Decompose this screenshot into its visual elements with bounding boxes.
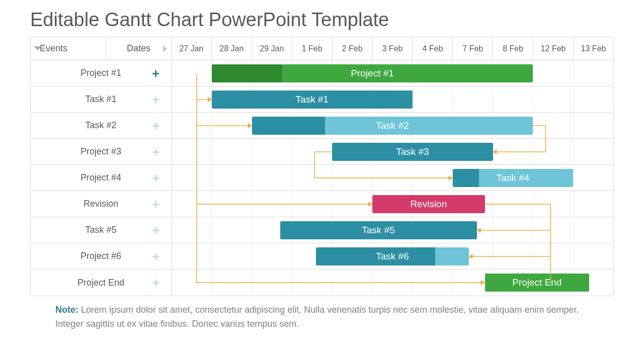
row-track: Task #5: [172, 217, 613, 243]
row-track: Revision: [172, 191, 613, 217]
row-label: Revision+: [31, 191, 172, 217]
gantt-bar[interactable]: Revision: [372, 195, 485, 213]
row-label: Project #4+: [31, 165, 172, 191]
row-track: Task #3: [172, 139, 613, 164]
row-name: Task #5: [31, 225, 171, 235]
gantt-row: Task #1+Task #1: [31, 86, 613, 113]
gantt-row: Task #2+Task #2: [31, 113, 613, 139]
gantt-row: Revision+Revision: [31, 191, 613, 217]
row-name: Project #6: [31, 251, 171, 261]
header-col-1: 28 Jan: [212, 37, 252, 60]
bar-label: Task #6: [376, 251, 409, 262]
note-label: Note:: [55, 305, 78, 315]
bar-label: Task #3: [396, 146, 429, 157]
gantt-row: Project #4+Task #4: [31, 165, 613, 191]
gantt-bar[interactable]: Project End: [485, 274, 590, 292]
bar-label: Project #1: [351, 68, 394, 79]
gantt-header: Events Dates 27 Jan28 Jan29 Jan1 Feb2 Fe…: [31, 37, 613, 60]
header-col-8: 8 Feb: [493, 37, 533, 60]
header-col-2: 29 Jan: [252, 37, 292, 60]
expand-icon[interactable]: +: [152, 145, 166, 158]
page-title: Editable Gantt Chart PowerPoint Template: [30, 9, 614, 31]
row-track: Project End: [172, 269, 613, 296]
expand-icon[interactable]: +: [152, 276, 166, 289]
gantt-bar[interactable]: Project #1: [212, 64, 533, 82]
expand-icon[interactable]: +: [152, 93, 166, 106]
row-track: Task #6: [172, 243, 613, 269]
gantt-bar[interactable]: Task #3: [332, 143, 493, 161]
row-name: Project End: [31, 278, 171, 288]
header-events[interactable]: Events: [31, 37, 106, 60]
bar-label: Project End: [512, 277, 561, 288]
row-track: Task #2: [172, 113, 613, 138]
expand-icon[interactable]: +: [152, 171, 166, 185]
bar-label: Task #1: [296, 94, 329, 105]
row-label: Project #3+: [31, 139, 172, 164]
row-label: Project #6+: [31, 243, 172, 269]
expand-icon[interactable]: +: [152, 250, 166, 263]
header-col-5: 3 Feb: [373, 37, 413, 60]
bar-label: Task #5: [362, 225, 394, 236]
row-name: Revision: [31, 199, 171, 209]
expand-icon[interactable]: +: [152, 119, 166, 132]
header-events-label: Events: [40, 43, 67, 54]
row-name: Project #3: [31, 146, 171, 157]
row-track: Project #1: [172, 60, 613, 86]
header-col-6: 4 Feb: [413, 37, 453, 60]
gantt-bar[interactable]: Task #4: [453, 169, 573, 187]
row-track: Task #1: [172, 86, 613, 112]
header-dates[interactable]: Dates: [106, 37, 172, 60]
header-dates-label: Dates: [127, 43, 150, 54]
gantt-bar[interactable]: Task #2: [252, 117, 533, 135]
gantt-bar[interactable]: Task #6: [316, 247, 468, 265]
expand-icon[interactable]: +: [152, 67, 166, 80]
footer-note: Note: Lorem ipsum dolor sit amet, consec…: [55, 303, 609, 331]
bar-label: Task #4: [497, 172, 529, 184]
header-col-10: 13 Feb: [574, 37, 613, 60]
header-col-7: 7 Feb: [453, 37, 493, 60]
header-col-0: 27 Jan: [172, 37, 212, 60]
expand-icon[interactable]: +: [152, 224, 166, 237]
gantt-frame: Events Dates 27 Jan28 Jan29 Jan1 Feb2 Fe…: [30, 37, 614, 296]
expand-icon[interactable]: +: [152, 198, 166, 211]
row-label: Task #2+: [31, 113, 172, 138]
row-name: Task #1: [31, 94, 171, 105]
row-name: Project #4: [31, 172, 171, 183]
header-col-9: 12 Feb: [533, 37, 574, 60]
row-label: Project #1+: [31, 60, 172, 86]
gantt-row: Project #1+Project #1: [31, 60, 613, 86]
row-name: Task #2: [31, 120, 171, 131]
gantt-row: Project End+Project End: [31, 269, 613, 296]
header-col-3: 1 Feb: [292, 37, 333, 60]
bar-label: Revision: [410, 199, 447, 210]
row-label: Project End+: [31, 269, 172, 296]
bar-label: Task #2: [376, 120, 409, 131]
gantt-row: Task #5+Task #5: [31, 217, 613, 243]
gantt-row: Project #6+Task #6: [31, 243, 613, 269]
note-text: Lorem ipsum dolor sit amet, consectetur …: [55, 305, 579, 329]
row-label: Task #1+: [31, 86, 172, 112]
gantt-bar[interactable]: Task #5: [280, 221, 477, 239]
row-track: Task #4: [172, 165, 613, 191]
row-label: Task #5+: [31, 217, 172, 243]
gantt-row: Project #3+Task #3: [31, 139, 613, 165]
gantt-bar[interactable]: Task #1: [212, 90, 413, 109]
row-name: Project #1: [31, 68, 171, 78]
header-col-4: 2 Feb: [333, 37, 373, 60]
